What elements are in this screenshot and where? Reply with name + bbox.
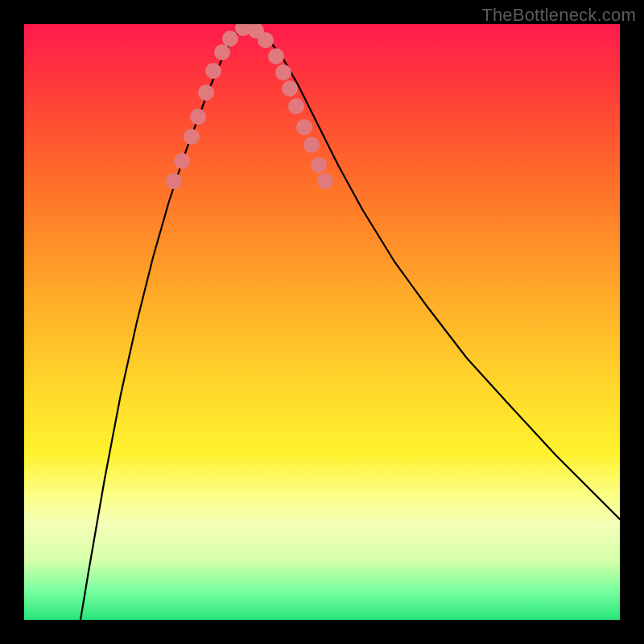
marker-dot: [184, 129, 200, 145]
marker-dot: [268, 48, 284, 64]
marker-dot: [311, 157, 327, 173]
marker-dot: [222, 31, 238, 47]
marker-dot: [166, 173, 182, 189]
outer-frame: TheBottleneck.com: [0, 0, 644, 644]
marker-dot: [288, 98, 304, 114]
watermark-text: TheBottleneck.com: [481, 5, 636, 26]
marker-dot: [317, 173, 333, 189]
marker-dot: [190, 109, 206, 125]
marker-dot: [205, 63, 221, 79]
curve-path: [80, 28, 620, 620]
marker-dot: [275, 64, 291, 80]
marker-dot: [198, 85, 214, 101]
marker-dot: [174, 153, 190, 169]
marker-dot: [282, 80, 298, 97]
marker-dot: [258, 32, 274, 48]
marker-dot: [214, 44, 230, 60]
chart-svg: [24, 24, 620, 620]
marker-dot: [296, 119, 312, 135]
marker-dot: [303, 137, 320, 153]
plot-area: [24, 24, 620, 620]
